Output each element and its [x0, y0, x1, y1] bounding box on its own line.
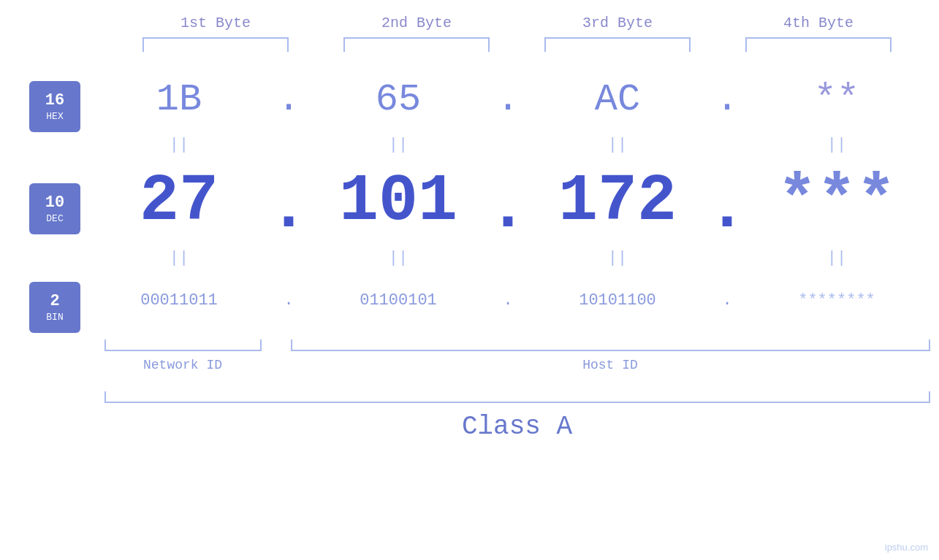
bin-b4: ******** — [798, 291, 875, 310]
eq1-b2: || — [325, 136, 471, 154]
eq2-b2: || — [325, 249, 471, 267]
hex-b2-cell: 65 — [325, 78, 471, 121]
eq1-b4: || — [764, 136, 910, 154]
bottom-brackets — [104, 340, 930, 354]
dec-dot3: . — [712, 157, 742, 246]
hex-dot1: . — [274, 78, 303, 121]
dec-b4: *** — [778, 164, 896, 239]
top-brackets — [115, 37, 919, 52]
bracket-byte1 — [142, 37, 289, 52]
hex-dot2: . — [493, 78, 522, 121]
hex-badge-num: 16 — [45, 91, 64, 110]
byte2-header: 2nd Byte — [336, 15, 497, 31]
bin-badge-label: BIN — [46, 312, 63, 323]
hex-badge: 16 HEX — [29, 81, 80, 132]
bin-b3: 10101100 — [579, 291, 656, 310]
bracket-byte4 — [745, 37, 892, 52]
eq2-b4: || — [764, 249, 910, 267]
dec-badge-wrapper: 10 DEC — [29, 165, 95, 253]
eq-spacer2 — [29, 253, 95, 278]
hex-b4-cell: ** — [764, 78, 910, 121]
dec-b3: 172 — [558, 164, 677, 239]
network-id-label: Network ID — [104, 358, 262, 372]
bin-b3-cell: 10101100 — [544, 291, 691, 310]
hex-b3-cell: AC — [544, 78, 691, 121]
badges-column: 16 HEX 10 DEC 2 BIN — [0, 66, 95, 337]
dec-dot2: . — [493, 157, 522, 246]
byte1-header: 1st Byte — [135, 15, 296, 31]
dec-dot1: . — [274, 157, 303, 246]
dec-badge-num: 10 — [45, 193, 64, 212]
hex-dot3: . — [712, 78, 742, 121]
eq1-b3: || — [544, 136, 691, 154]
data-rows-container: 1B . 65 . AC . ** — [95, 66, 939, 337]
bracket-host — [291, 340, 930, 351]
bin-b1: 00011011 — [140, 291, 218, 310]
watermark: ipshu.com — [885, 542, 928, 553]
dec-badge-label: DEC — [46, 213, 63, 224]
bracket-byte3 — [544, 37, 691, 52]
eq2-b1: || — [106, 249, 252, 267]
host-id-label: Host ID — [291, 358, 930, 372]
bin-b4-cell: ******** — [764, 291, 910, 310]
eq2-b3: || — [544, 249, 691, 267]
dec-b3-cell: 172 — [544, 164, 691, 239]
hex-b2: 65 — [376, 78, 421, 121]
bin-dot2: . — [493, 291, 522, 310]
hex-badge-label: HEX — [46, 111, 63, 122]
equals-row1: || || || || — [95, 132, 921, 158]
dec-b2-cell: 101 — [325, 164, 471, 239]
dec-row: 27 . 101 . 172 . *** — [95, 158, 921, 245]
bracket-network — [104, 340, 262, 351]
hex-badge-wrapper: 16 HEX — [29, 74, 95, 139]
hex-b3: AC — [595, 78, 640, 121]
byte3-header: 3rd Byte — [537, 15, 698, 31]
id-labels-row: Network ID Host ID — [104, 358, 930, 384]
byte-headers: 1st Byte 2nd Byte 3rd Byte 4th Byte — [115, 15, 919, 31]
dec-b1: 27 — [140, 164, 218, 239]
byte4-header: 4th Byte — [738, 15, 899, 31]
equals-row2: || || || || — [95, 245, 921, 271]
bin-b2: 01100101 — [360, 291, 437, 310]
bottom-section: Network ID Host ID Class A — [104, 337, 930, 442]
hex-b1: 1B — [156, 78, 202, 121]
eq1-b1: || — [106, 136, 252, 154]
dec-badge: 10 DEC — [29, 183, 80, 234]
eq-spacer1 — [29, 139, 95, 165]
bin-b2-cell: 01100101 — [325, 291, 471, 310]
hex-row: 1B . 65 . AC . ** — [95, 66, 921, 132]
bin-b1-cell: 00011011 — [106, 291, 252, 310]
bracket-byte2 — [343, 37, 490, 52]
class-row: Class A — [104, 412, 930, 442]
bin-badge: 2 BIN — [29, 282, 80, 333]
full-layout: 16 HEX 10 DEC 2 BIN — [0, 66, 939, 337]
dec-b1-cell: 27 — [106, 164, 252, 239]
big-bracket-row — [104, 391, 930, 406]
main-container: 1st Byte 2nd Byte 3rd Byte 4th Byte 16 H… — [0, 0, 939, 560]
class-label: Class A — [462, 412, 572, 442]
dec-b2: 101 — [339, 164, 457, 239]
big-bracket — [104, 391, 930, 403]
bin-dot1: . — [274, 291, 303, 310]
bin-row: 00011011 . 01100101 . 10101100 . — [95, 271, 921, 329]
bin-dot3: . — [712, 291, 742, 310]
hex-b4: ** — [814, 78, 859, 121]
hex-b1-cell: 1B — [106, 78, 252, 121]
bin-badge-wrapper: 2 BIN — [29, 278, 95, 337]
bin-badge-num: 2 — [50, 292, 59, 311]
dec-b4-cell: *** — [764, 164, 910, 239]
